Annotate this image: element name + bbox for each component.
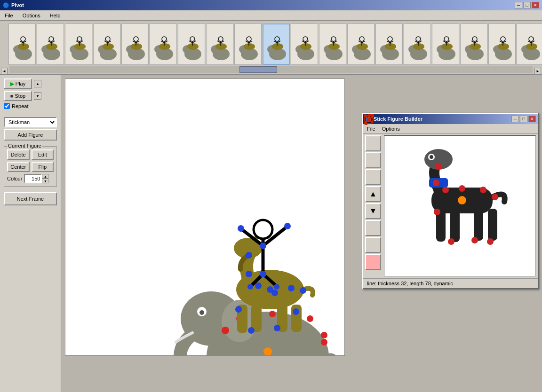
current-figure-group: Current Figure Delete Edit Center Flip C… xyxy=(4,146,57,187)
frame-thumb-12[interactable] xyxy=(319,24,346,65)
play-row: ▶ Play ▲ xyxy=(4,78,57,89)
main-area: ▶ Play ▲ ■ Stop ▼ Repeat Stickman Add Fi… xyxy=(0,75,542,392)
svg-point-59 xyxy=(247,37,251,41)
svg-point-122 xyxy=(501,37,505,41)
elephant-joint-3 xyxy=(269,311,276,317)
svg-point-23 xyxy=(103,43,114,50)
flip-button[interactable]: Flip xyxy=(32,162,54,172)
elephant-center-joint xyxy=(263,347,272,356)
svg-point-128 xyxy=(526,43,537,50)
elephant-joint-4 xyxy=(307,315,313,322)
frame-thumb-16[interactable] xyxy=(432,24,459,65)
menu-options[interactable]: Options xyxy=(20,12,43,19)
left-panel: ▶ Play ▲ ■ Stop ▼ Repeat Stickman Add Fi… xyxy=(0,75,61,392)
svg-point-87 xyxy=(359,37,364,41)
svg-point-94 xyxy=(388,37,392,41)
svg-point-121 xyxy=(498,43,509,50)
frame-thumb-15[interactable] xyxy=(404,24,431,65)
current-figure-label: Current Figure xyxy=(7,143,42,149)
title-bar-left: 🔵 Pivot xyxy=(3,2,24,8)
play-scroll-down[interactable]: ▼ xyxy=(34,92,41,100)
stop-row: ■ Stop ▼ xyxy=(4,91,57,101)
stickman-left-foot xyxy=(247,284,253,290)
frame-thumb-17[interactable] xyxy=(460,24,487,65)
figure-type-dropdown[interactable]: Stickman xyxy=(4,117,57,127)
frame-thumb-14[interactable] xyxy=(375,24,403,65)
minimize-button[interactable]: ─ xyxy=(515,2,522,8)
horse-joint-6 xyxy=(300,287,306,294)
svg-point-86 xyxy=(357,43,368,50)
stickman-shoulder-joint xyxy=(260,243,266,249)
svg-point-72 xyxy=(300,43,311,50)
horse-joint-10 xyxy=(293,308,299,315)
horse-joint-9 xyxy=(274,325,280,331)
repeat-checkbox[interactable] xyxy=(4,103,10,109)
elephant-eye-pupil xyxy=(199,310,204,315)
delete-edit-row: Delete Edit xyxy=(7,149,54,160)
svg-point-79 xyxy=(328,43,340,50)
colour-up[interactable]: ▲ xyxy=(42,174,48,179)
frame-thumb-4[interactable] xyxy=(93,24,120,65)
svg-point-2 xyxy=(18,43,29,50)
frame-thumb-13[interactable] xyxy=(347,24,375,65)
frame-thumb-9[interactable] xyxy=(234,24,262,65)
elephant-joint-12 xyxy=(321,332,327,338)
elephant-joint-5 xyxy=(321,339,327,345)
svg-point-58 xyxy=(244,43,255,50)
repeat-row: Repeat xyxy=(4,103,57,109)
frame-thumb-2[interactable] xyxy=(37,24,64,65)
frame-thumb-8[interactable] xyxy=(206,24,233,65)
frame-thumb-1[interactable] xyxy=(8,24,36,65)
stop-button[interactable]: ■ Stop xyxy=(4,91,32,101)
frame-thumb-3[interactable] xyxy=(65,24,92,65)
svg-point-108 xyxy=(444,37,449,41)
menu-help[interactable]: Help xyxy=(47,12,64,19)
close-button[interactable]: ✕ xyxy=(532,2,539,8)
svg-point-129 xyxy=(529,37,534,41)
strip-scroll-left[interactable]: ◄ xyxy=(1,68,8,74)
svg-point-16 xyxy=(74,43,86,50)
svg-point-38 xyxy=(162,37,167,41)
maximize-button[interactable]: □ xyxy=(523,2,531,8)
next-frame-button[interactable]: Next Frame xyxy=(4,192,57,205)
svg-point-52 xyxy=(218,37,223,41)
strip-scrollbar-thumb[interactable] xyxy=(239,66,277,73)
colour-spinner-buttons: ▲ ▼ xyxy=(42,174,48,183)
canvas-area: 🔵 Stick Figure Builder ─ □ ✕ File Option… xyxy=(61,75,542,392)
horse-joint-3 xyxy=(255,282,262,289)
horse-joint-5 xyxy=(288,285,295,291)
edit-button[interactable]: Edit xyxy=(32,149,54,160)
stickman-right-hand xyxy=(284,223,291,229)
horse-joint-7 xyxy=(235,306,242,313)
svg-point-101 xyxy=(416,37,421,41)
play-scroll-up[interactable]: ▲ xyxy=(34,80,41,87)
elephant-tail xyxy=(324,355,336,356)
frame-thumb-10[interactable] xyxy=(263,24,290,65)
svg-point-51 xyxy=(215,43,227,50)
colour-input[interactable] xyxy=(24,174,42,183)
app-icon: 🔵 xyxy=(3,2,9,8)
menu-file[interactable]: File xyxy=(2,12,16,19)
frame-thumb-6[interactable] xyxy=(150,24,177,65)
frame-thumb-18[interactable] xyxy=(488,24,516,65)
main-canvas[interactable]: 🔵 Stick Figure Builder ─ □ ✕ File Option… xyxy=(65,78,345,356)
delete-button[interactable]: Delete xyxy=(7,149,30,160)
canvas-svg xyxy=(65,79,345,356)
svg-point-44 xyxy=(187,43,199,50)
app-title: Pivot xyxy=(11,2,24,8)
strip-scroll-right[interactable]: ► xyxy=(534,68,541,74)
horse-joint-8 xyxy=(248,327,255,334)
menu-bar: File Options Help xyxy=(0,10,542,21)
colour-down[interactable]: ▼ xyxy=(42,179,48,183)
frame-thumb-19[interactable] xyxy=(517,24,542,65)
frame-thumb-5[interactable] xyxy=(121,24,149,65)
frame-thumb-7[interactable] xyxy=(178,24,205,65)
svg-point-93 xyxy=(385,43,396,50)
center-button[interactable]: Center xyxy=(7,162,30,172)
title-bar-buttons: ─ □ ✕ xyxy=(515,2,539,8)
svg-point-80 xyxy=(331,37,336,41)
frame-thumb-11[interactable] xyxy=(291,24,318,65)
play-button[interactable]: ▶ Play xyxy=(4,78,32,89)
svg-point-73 xyxy=(303,37,308,41)
add-figure-button[interactable]: Add Figure xyxy=(4,129,57,141)
